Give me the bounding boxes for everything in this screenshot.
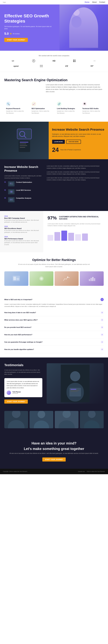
- nav-home[interactable]: Home: [85, 1, 90, 3]
- testimonials-left: Testimonials At vero eos et accusam et j…: [4, 363, 42, 404]
- hero-rating: 5.0 ★ 40 reviews: [4, 32, 55, 36]
- brands-section: We worked with the world's best companie…: [0, 51, 108, 72]
- hero-rating-score: 5.0: [4, 32, 9, 36]
- presence-heading: Increase Website Search Presence: [4, 165, 42, 172]
- svg-rect-32: [54, 232, 60, 241]
- footer-links: Sample text Click to select the Text Ele…: [78, 471, 105, 472]
- hero-left: Effective SEO Growth Strategies Sint tin…: [0, 4, 59, 51]
- hero-cta-button[interactable]: START YOUR JOURNEY: [4, 38, 28, 42]
- faq-toggle-4[interactable]: +: [101, 326, 104, 329]
- keyword-icon: 🔍: [6, 102, 11, 106]
- seo-icon: 📈: [31, 102, 36, 106]
- svg-rect-44: [91, 278, 92, 281]
- svg-rect-31: [48, 235, 53, 241]
- svg-rect-5: [74, 60, 75, 60]
- award-desc-1: Et accusam et justo duo dolores et ea re…: [4, 219, 39, 223]
- svg-point-0: [73, 9, 80, 16]
- faq-toggle-6[interactable]: +: [101, 340, 104, 344]
- increase-right: Increase Website Search Presence Gubergr…: [49, 122, 108, 159]
- faq-question-5: How do you track SEO performance?: [4, 334, 32, 336]
- nav-about[interactable]: About: [92, 1, 97, 3]
- footer-link-1[interactable]: Sample text: [78, 471, 85, 472]
- search-visual: [0, 122, 49, 159]
- brand-logo-6: epmd: [4, 65, 28, 67]
- faq-section: What is SEO and why is it important? − A…: [0, 292, 108, 358]
- svg-point-13: [42, 66, 43, 67]
- faq-toggle-7[interactable]: +: [101, 348, 104, 351]
- hero-person-graphic: [69, 7, 98, 48]
- presence-intro: Lorem ipsum dolor sit amet, consectetur …: [4, 175, 42, 179]
- testimonials-intro: At vero eos et accusam et justo duo dolo…: [4, 369, 42, 375]
- service-keyword-title: Keyword Research: [6, 108, 26, 110]
- service-title-1: Content Optimization: [16, 181, 32, 183]
- brand-arrows: ↑↑: [85, 60, 104, 62]
- faq-toggle-5[interactable]: +: [101, 333, 104, 336]
- svg-rect-38: [13, 277, 16, 280]
- svg-rect-14: [91, 66, 94, 66]
- cta-heading: Have an idea in your mind?: [4, 441, 104, 445]
- hero-star-icon: ★: [10, 32, 12, 35]
- faq-item-4[interactable]: Do you provide local SEO services? +: [4, 324, 104, 331]
- testimonial-author: York Parson ★★★★★: [7, 390, 40, 395]
- service-technical-title: Technical SEO Audits: [82, 108, 102, 110]
- footer-link-2[interactable]: Click to select the Text Element.: [87, 471, 105, 472]
- hero-description: Sint tincidunt gubergren. Vix sed lobort…: [4, 26, 55, 30]
- cta-button[interactable]: START YOUR JOURNEY: [42, 458, 66, 462]
- faq-toggle-3[interactable]: +: [101, 318, 104, 322]
- faq-item-5[interactable]: How do you track SEO performance? +: [4, 331, 104, 338]
- faq-item-1[interactable]: What is SEO and why is it important? −: [4, 296, 104, 303]
- svg-point-9: [41, 65, 42, 66]
- presence-service-list: 01 Content Optimization 02 Local SEO Ser…: [4, 181, 42, 202]
- testimonials-section: Testimonials At vero eos et accusam et j…: [0, 358, 108, 410]
- faq-question-3: What services does your SEO agency offer…: [4, 319, 38, 321]
- svg-rect-39: [16, 278, 19, 280]
- faq-item-2[interactable]: How long does it take to see SEO results…: [4, 309, 104, 316]
- nav-links: Home About Contact: [85, 1, 105, 3]
- stat-description: Lorem ipsum dolor sit amet, consectetur …: [48, 223, 104, 227]
- svg-rect-45: [92, 277, 94, 281]
- service-info-3: Competitor Analysis: [16, 197, 31, 200]
- service-num-3: 03: [4, 197, 7, 199]
- increase-btn-group: LEARN MORE HOW WE WORK: [52, 140, 105, 144]
- brands-grid: ogie HD ↑↑: [4, 59, 104, 62]
- svg-rect-22: [20, 145, 27, 146]
- faq-toggle-1[interactable]: −: [101, 298, 104, 301]
- optimize-description: At vero eos et accusam et justo duo dolo…: [18, 263, 90, 268]
- awards-section: 2016 Best SEO Campaign Award Et accusam …: [0, 211, 108, 252]
- link-icon: 🔗: [57, 102, 62, 106]
- awards-left: 2016 Best SEO Campaign Award Et accusam …: [0, 211, 43, 252]
- testimonials-cta-button[interactable]: START YOUR JOURNEY: [4, 400, 28, 404]
- faq-toggle-2[interactable]: +: [101, 311, 104, 314]
- brand-logo-1: ogie: [4, 59, 23, 62]
- service-item-3: 03 Competitor Analysis: [4, 197, 42, 202]
- team-card-2: [29, 411, 53, 428]
- service-thumb-3: [8, 197, 14, 202]
- hero-section: Effective SEO Growth Strategies Sint tin…: [0, 4, 108, 51]
- team-section: [0, 410, 108, 434]
- presence-right: Lorem ipsum dolor sit amet, consectetur …: [47, 165, 104, 205]
- brand-ogie: ogie: [4, 59, 23, 62]
- service-keyword-desc: Sample text. Click to select the Text El…: [6, 110, 26, 114]
- how-we-work-button[interactable]: HOW WE WORK: [66, 140, 81, 144]
- service-seo-title: SEO Optimization: [31, 108, 51, 110]
- award-item-1: 2016 Best SEO Campaign Award Et accusam …: [4, 215, 39, 223]
- learn-more-button[interactable]: LEARN MORE: [52, 140, 65, 144]
- faq-item-7[interactable]: How do you handle algorithm updates? +: [4, 346, 104, 353]
- service-technical: 🛠 Technical SEO Audits Sample text. Clic…: [81, 100, 104, 116]
- nav-contact[interactable]: Contact: [99, 1, 105, 3]
- award-title-1: Best SEO Campaign Award: [4, 217, 39, 219]
- brand-2: [25, 59, 43, 62]
- stat-percent: 97%: [48, 215, 57, 221]
- brands-grid-2: epmd ℤℤ: [4, 64, 104, 68]
- team-card-3: [55, 411, 79, 428]
- svg-rect-4: [73, 60, 74, 60]
- award-year-2: 2020: [4, 226, 39, 227]
- brand-9: [80, 64, 104, 68]
- faq-item-3[interactable]: What services does your SEO agency offer…: [4, 316, 104, 324]
- author-avatar: [7, 390, 11, 395]
- service-keyword: 🔍 Keyword Research Sample text. Click to…: [4, 100, 27, 116]
- svg-rect-34: [68, 233, 74, 241]
- hero-right: [59, 4, 108, 51]
- navbar: logo Home About Contact: [0, 0, 108, 4]
- faq-item-6[interactable]: Can you guarantee first-page rankings on…: [4, 338, 104, 346]
